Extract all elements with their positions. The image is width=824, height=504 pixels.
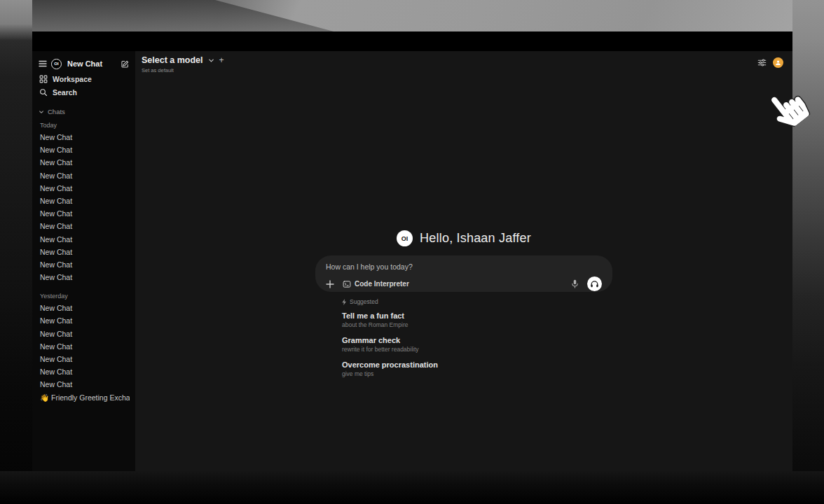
greeting-text: Hello, Ishaan Jaffer bbox=[420, 231, 531, 246]
mic-button[interactable] bbox=[571, 279, 579, 288]
chat-list-item[interactable]: New Chat bbox=[39, 182, 130, 195]
model-selector-block: Select a model + Set as default bbox=[142, 55, 224, 74]
sidebar-header: OI New Chat bbox=[39, 55, 130, 72]
desktop-background-bottom bbox=[0, 471, 824, 504]
chat-list-item[interactable]: New Chat bbox=[39, 271, 130, 284]
composer-toolbar: Code Interpreter bbox=[326, 276, 602, 291]
suggested-prompt-title: Grammar check bbox=[342, 336, 612, 344]
sidebar-item-workspace[interactable]: Workspace bbox=[39, 72, 130, 85]
chat-group-label: Today bbox=[40, 122, 130, 129]
openwebui-window: OI New Chat Workspace Searc bbox=[32, 31, 792, 471]
greeting: OI Hello, Ishaan Jaffer bbox=[315, 230, 612, 246]
sidebar: OI New Chat Workspace Searc bbox=[32, 51, 135, 471]
chat-list-item[interactable]: New Chat bbox=[39, 233, 130, 246]
chat-list-item[interactable]: New Chat bbox=[39, 131, 130, 144]
voice-mode-button[interactable] bbox=[587, 276, 602, 291]
chat-list-item[interactable]: New Chat bbox=[39, 365, 130, 378]
suggested-header: Suggested bbox=[342, 298, 612, 305]
chat-list-item[interactable]: New Chat bbox=[39, 220, 130, 232]
sidebar-toggle-icon[interactable] bbox=[39, 60, 47, 67]
search-label: Search bbox=[53, 88, 77, 97]
window-titlebar bbox=[32, 31, 792, 51]
suggested-prompt-title: Overcome procrastination bbox=[342, 360, 612, 369]
suggested-prompt[interactable]: Grammar check rewrite it for better read… bbox=[342, 336, 612, 353]
workspace-icon bbox=[39, 75, 48, 83]
model-chevron-icon bbox=[208, 57, 214, 64]
chat-list-item[interactable]: New Chat bbox=[39, 314, 130, 327]
user-avatar[interactable] bbox=[773, 57, 783, 68]
model-selector[interactable]: Select a model + bbox=[142, 55, 224, 65]
suggested-section: Suggested Tell me a fun fact about the R… bbox=[315, 298, 612, 377]
code-interpreter-toggle[interactable]: Code Interpreter bbox=[343, 280, 409, 288]
chat-list: New ChatNew ChatNew ChatNew ChatNew Chat… bbox=[39, 302, 130, 404]
new-chat-icon[interactable] bbox=[121, 59, 130, 69]
message-composer[interactable]: How can I help you today? Code Interpret… bbox=[315, 255, 612, 292]
code-interpreter-icon bbox=[343, 280, 351, 288]
desktop-background-left bbox=[0, 0, 32, 504]
chat-list-item[interactable]: New Chat bbox=[39, 156, 130, 169]
chat-list-item[interactable]: New Chat bbox=[39, 169, 130, 182]
suggested-prompt[interactable]: Tell me a fun fact about the Roman Empir… bbox=[342, 312, 612, 328]
suggested-prompt-subtitle: rewrite it for better readability bbox=[342, 346, 612, 353]
attach-button[interactable] bbox=[326, 280, 334, 288]
suggested-prompt-subtitle: give me tips bbox=[342, 370, 612, 377]
chevron-down-icon bbox=[39, 109, 44, 115]
chat-list-item[interactable]: New Chat bbox=[39, 258, 130, 271]
model-selector-label: Select a model bbox=[142, 55, 203, 65]
chat-list-item[interactable]: New Chat bbox=[39, 378, 130, 391]
sidebar-title: New Chat bbox=[67, 59, 116, 68]
bolt-icon bbox=[342, 299, 347, 305]
chat-list-item[interactable]: New Chat bbox=[39, 144, 130, 156]
chat-group-label: Yesterday bbox=[40, 293, 130, 300]
main-area: Select a model + Set as default bbox=[135, 51, 792, 471]
chat-list-item[interactable]: New Chat bbox=[39, 353, 130, 365]
add-model-button[interactable]: + bbox=[219, 55, 224, 65]
workspace-label: Workspace bbox=[53, 75, 92, 83]
chat-list-item[interactable]: New Chat bbox=[39, 340, 130, 353]
chat-list-item[interactable]: 👋 Friendly Greeting Exchange bbox=[39, 391, 130, 404]
set-default-link[interactable]: Set as default bbox=[142, 67, 224, 74]
screen: OI New Chat Workspace Searc bbox=[0, 0, 824, 504]
chat-group-today: Today New ChatNew ChatNew ChatNew ChatNe… bbox=[39, 122, 130, 284]
chat-list-item[interactable]: New Chat bbox=[39, 246, 130, 258]
topbar-actions bbox=[757, 57, 783, 68]
chat-group-yesterday: Yesterday New ChatNew ChatNew ChatNew Ch… bbox=[39, 293, 130, 404]
suggested-label: Suggested bbox=[350, 298, 378, 305]
main-topbar: Select a model + Set as default bbox=[135, 51, 792, 74]
suggested-list: Tell me a fun fact about the Roman Empir… bbox=[342, 312, 612, 377]
app-logo: OI bbox=[51, 59, 62, 69]
chat-list-item[interactable]: New Chat bbox=[39, 302, 130, 314]
app-logo-large: OI bbox=[397, 230, 413, 246]
chat-list-item[interactable]: New Chat bbox=[39, 195, 130, 207]
chats-label: Chats bbox=[48, 108, 65, 115]
chat-list-item[interactable]: New Chat bbox=[39, 328, 130, 340]
code-interpreter-label: Code Interpreter bbox=[355, 280, 409, 288]
chats-section-toggle[interactable]: Chats bbox=[39, 106, 130, 117]
chat-list-item[interactable]: New Chat bbox=[39, 207, 130, 220]
suggested-prompt[interactable]: Overcome procrastination give me tips bbox=[342, 360, 612, 377]
chat-list: New ChatNew ChatNew ChatNew ChatNew Chat… bbox=[39, 131, 130, 284]
search-icon bbox=[39, 88, 48, 97]
desktop-background-right bbox=[792, 0, 824, 504]
sidebar-item-search[interactable]: Search bbox=[39, 85, 130, 99]
controls-icon[interactable] bbox=[757, 58, 767, 67]
composer-input[interactable]: How can I help you today? bbox=[326, 262, 602, 271]
welcome-stack: OI Hello, Ishaan Jaffer How can I help y… bbox=[315, 230, 612, 385]
suggested-prompt-subtitle: about the Roman Empire bbox=[342, 321, 612, 328]
suggested-prompt-title: Tell me a fun fact bbox=[342, 312, 612, 320]
